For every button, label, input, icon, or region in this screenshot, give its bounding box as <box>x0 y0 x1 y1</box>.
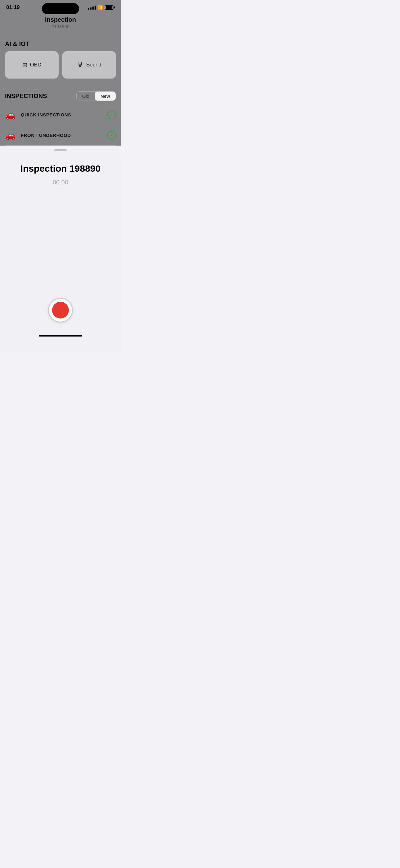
quick-inspections-label: QUICK INSPECTIONS <box>21 112 102 117</box>
toggle-group: Old New <box>76 91 116 101</box>
main-content: AI & IOT ⊞ OBD 🎙 Sound INSPECTIONS Old N… <box>0 35 121 146</box>
page-title: Inspection <box>6 16 115 23</box>
bottom-sheet: Inspection 198890 00.00 <box>0 149 121 352</box>
home-indicator <box>39 335 82 337</box>
status-bar: 01:19 📶 <box>0 0 121 14</box>
wifi-icon: 📶 <box>98 5 103 10</box>
sheet-title: Inspection 198890 <box>0 151 121 179</box>
inspections-header: INSPECTIONS Old New <box>5 86 116 104</box>
page-subtitle: #198890 <box>6 24 115 29</box>
status-time: 01:19 <box>6 4 20 10</box>
check-icon: ✓ <box>110 113 113 117</box>
obd-card[interactable]: ⊞ OBD <box>5 51 59 79</box>
status-icons: 📶 <box>88 5 115 10</box>
front-underhood-check: ✓ <box>107 131 116 140</box>
quick-inspections-row[interactable]: 🚗 QUICK INSPECTIONS ✓ <box>5 104 116 125</box>
sheet-body <box>0 192 121 285</box>
background-screen: 01:19 📶 Inspection #198890 <box>0 0 121 146</box>
inspections-label: INSPECTIONS <box>5 93 47 100</box>
sound-card[interactable]: 🎙 Sound <box>62 51 116 79</box>
record-dot <box>52 302 69 318</box>
dynamic-island <box>42 3 79 14</box>
quick-inspections-check: ✓ <box>107 111 116 119</box>
signal-icon <box>88 6 96 10</box>
front-underhood-row[interactable]: 🚗 FRONT UNDERHOOD ✓ <box>5 125 116 146</box>
sheet-time-display: 00.00 <box>0 179 121 192</box>
front-underhood-label: FRONT UNDERHOOD <box>21 132 102 138</box>
battery-icon <box>105 5 115 10</box>
car-icon-quick: 🚗 <box>5 110 16 120</box>
nav-title: Inspection #198890 <box>0 14 121 35</box>
ai-section-label: AI & IOT <box>5 35 116 51</box>
car-icon-front: 🚗 <box>5 130 16 140</box>
new-toggle-button[interactable]: New <box>95 92 116 101</box>
record-button-container <box>0 285 121 332</box>
ai-cards: ⊞ OBD 🎙 Sound <box>5 51 116 79</box>
old-toggle-button[interactable]: Old <box>76 92 95 101</box>
microphone-icon: 🎙 <box>77 61 84 69</box>
obd-label: OBD <box>30 62 41 68</box>
obd-icon: ⊞ <box>22 61 28 69</box>
sound-label: Sound <box>86 62 101 68</box>
check-icon-2: ✓ <box>110 133 113 138</box>
record-button[interactable] <box>48 298 73 322</box>
